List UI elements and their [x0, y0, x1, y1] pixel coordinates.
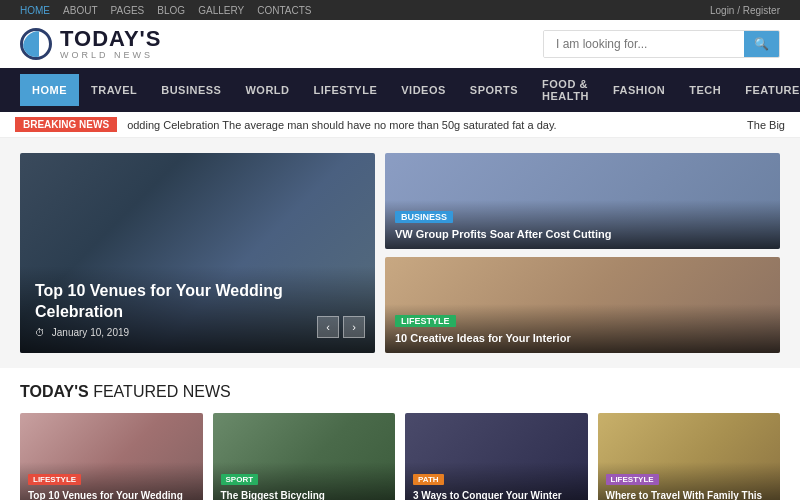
topnav-pages[interactable]: PAGES — [111, 5, 145, 16]
nav-tech[interactable]: TECH — [677, 74, 733, 106]
featured-overlay-2: SPORT The Biggest Bicycling Championship — [213, 462, 396, 500]
clock-icon: ⏱ — [35, 327, 45, 338]
top-bar: HOME ABOUT PAGES BLOG GALLERY CONTACTS L… — [0, 0, 800, 20]
logo-icon — [20, 28, 52, 60]
side-overlay-2: LIFESTYLE 10 Creative Ideas for Your Int… — [385, 304, 780, 353]
side-badge-2: LIFESTYLE — [395, 315, 456, 327]
hero-main-date: ⏱ January 10, 2019 — [35, 327, 360, 338]
breaking-news-bar: BREAKING NEWS odding Celebration The ave… — [0, 112, 800, 138]
feat-title-4: Where to Travel With Family This Summer? — [606, 489, 773, 500]
featured-card-1[interactable]: LIFESTYLE Top 10 Venues for Your Wedding… — [20, 413, 203, 500]
hero-main-title: Top 10 Venues for Your Wedding Celebrati… — [35, 281, 360, 323]
topnav-contacts[interactable]: CONTACTS — [257, 5, 311, 16]
logo-subtitle: WORLD NEWS — [60, 50, 162, 60]
search-button[interactable]: 🔍 — [744, 31, 779, 57]
featured-card-4[interactable]: LIFESTYLE Where to Travel With Family Th… — [598, 413, 781, 500]
side-overlay-1: BUSINESS VW Group Profits Soar After Cos… — [385, 200, 780, 249]
featured-title-bold: TODAY'S — [20, 383, 89, 400]
topnav-home[interactable]: HOME — [20, 5, 50, 16]
logo-half-circle — [23, 31, 39, 60]
main-nav: HOME TRAVEL BUSINESS WORLD LIFESTYLE VID… — [0, 68, 800, 112]
site-header: TODAY'S WORLD NEWS 🔍 — [0, 20, 800, 68]
feat-badge-2: SPORT — [221, 474, 259, 485]
topnav-blog[interactable]: BLOG — [157, 5, 185, 16]
featured-grid: LIFESTYLE Top 10 Venues for Your Wedding… — [20, 413, 780, 500]
hero-prev-button[interactable]: ‹ — [317, 316, 339, 338]
featured-title-regular: FEATURED NEWS — [93, 383, 230, 400]
feat-title-2: The Biggest Bicycling Championship — [221, 489, 388, 500]
hero-arrows[interactable]: ‹ › — [317, 316, 365, 338]
breaking-label: BREAKING NEWS — [15, 117, 117, 132]
logo-today: TODAY'S — [60, 28, 162, 50]
search-box[interactable]: 🔍 — [543, 30, 780, 58]
nav-fashion[interactable]: FASHION — [601, 74, 677, 106]
feat-badge-1: LIFESTYLE — [28, 474, 81, 485]
side-title-2: 10 Creative Ideas for Your Interior — [395, 331, 770, 345]
feat-badge-3: PATH — [413, 474, 444, 485]
featured-card-3[interactable]: PATH 3 Ways to Conquer Your Winter Lazin… — [405, 413, 588, 500]
feat-title-3: 3 Ways to Conquer Your Winter Laziness — [413, 489, 580, 500]
featured-section: TODAY'S FEATURED NEWS LIFESTYLE Top 10 V… — [0, 368, 800, 500]
nav-business[interactable]: BUSINESS — [149, 74, 233, 106]
featured-overlay-3: PATH 3 Ways to Conquer Your Winter Lazin… — [405, 462, 588, 500]
logo-circle — [20, 28, 52, 60]
nav-home[interactable]: HOME — [20, 74, 79, 106]
featured-card-2[interactable]: SPORT The Biggest Bicycling Championship — [213, 413, 396, 500]
hero-next-button[interactable]: › — [343, 316, 365, 338]
top-nav[interactable]: HOME ABOUT PAGES BLOG GALLERY CONTACTS — [20, 4, 322, 16]
nav-videos[interactable]: VIDEOS — [389, 74, 458, 106]
side-title-1: VW Group Profits Soar After Cost Cutting — [395, 227, 770, 241]
featured-title: TODAY'S FEATURED NEWS — [20, 383, 780, 401]
breaking-sidebar: The Big — [747, 119, 785, 131]
hero-date-text: January 10, 2019 — [52, 327, 129, 338]
nav-featured[interactable]: FEATURED — [733, 74, 800, 106]
feat-title-1: Top 10 Venues for Your Wedding Celebrati… — [28, 489, 195, 500]
logo-text: TODAY'S WORLD NEWS — [60, 28, 162, 60]
nav-travel[interactable]: TRAVEL — [79, 74, 149, 106]
hero-side-card-2[interactable]: LIFESTYLE 10 Creative Ideas for Your Int… — [385, 257, 780, 353]
search-input[interactable] — [544, 31, 744, 57]
logo: TODAY'S WORLD NEWS — [20, 28, 162, 60]
topnav-about[interactable]: ABOUT — [63, 5, 97, 16]
nav-world[interactable]: WORLD — [233, 74, 301, 106]
hero-sidebar: BUSINESS VW Group Profits Soar After Cos… — [385, 153, 780, 353]
login-register-link[interactable]: Login / Register — [710, 5, 780, 16]
breaking-text: odding Celebration The average man shoul… — [127, 119, 727, 131]
nav-food-health[interactable]: FOOD & HEALTH — [530, 68, 601, 112]
hero-main-card: Top 10 Venues for Your Wedding Celebrati… — [20, 153, 375, 353]
featured-overlay-4: LIFESTYLE Where to Travel With Family Th… — [598, 462, 781, 500]
hero-side-card-1[interactable]: BUSINESS VW Group Profits Soar After Cos… — [385, 153, 780, 249]
side-badge-1: BUSINESS — [395, 211, 453, 223]
nav-lifestyle[interactable]: LIFESTYLE — [301, 74, 389, 106]
hero-section: Top 10 Venues for Your Wedding Celebrati… — [0, 138, 800, 368]
featured-overlay-1: LIFESTYLE Top 10 Venues for Your Wedding… — [20, 462, 203, 500]
topnav-gallery[interactable]: GALLERY — [198, 5, 244, 16]
hero-overlay: Top 10 Venues for Your Wedding Celebrati… — [20, 266, 375, 353]
nav-sports[interactable]: SPORTS — [458, 74, 530, 106]
feat-badge-4: LIFESTYLE — [606, 474, 659, 485]
